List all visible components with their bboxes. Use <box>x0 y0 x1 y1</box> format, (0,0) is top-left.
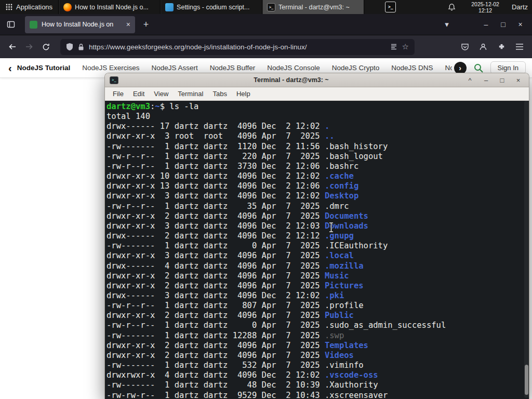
clock-time: 12:12 <box>471 7 499 14</box>
site-nav-item[interactable]: NodeJS Exercises <box>82 64 139 72</box>
url-text: https://www.geeksforgeeks.org/node-js/in… <box>89 43 385 51</box>
ls-row: drwx------ 2 dartz dartz 4096 Dec 2 12:1… <box>107 231 529 241</box>
ls-row: drwx------ 3 dartz dartz 4096 Dec 2 12:0… <box>107 291 529 301</box>
tab-title: How to Install Node.js on <box>42 21 122 28</box>
top-panel: Applications How to Install Node.js o...… <box>0 0 532 14</box>
terminal-app-icon: >_ <box>110 76 118 84</box>
nav-scroll-right-glyph: › <box>459 64 461 72</box>
menu-edit[interactable]: Edit <box>128 90 149 98</box>
ls-row: drwxr-xr-x 13 dartz dartz 4096 Dec 2 12:… <box>107 181 529 191</box>
taskbar-button-codium[interactable]: Settings - codium script... <box>161 0 262 14</box>
tab-favicon-icon <box>30 21 37 29</box>
menu-help[interactable]: Help <box>232 90 255 98</box>
taskbar-button-terminal[interactable]: >_Terminal - dartz@vm3: ~ <box>262 0 364 14</box>
tab-close-button[interactable]: × <box>126 20 130 29</box>
site-nav-item[interactable]: NodeJS Tutorial <box>17 64 71 72</box>
browser-maximize-button[interactable]: □ <box>495 17 512 32</box>
tracking-shield-icon[interactable] <box>66 43 73 51</box>
nav-scroll-left-icon[interactable]: ‹ <box>6 63 14 73</box>
account-icon[interactable] <box>475 38 491 55</box>
menu-terminal[interactable]: Terminal <box>173 90 208 98</box>
search-icon[interactable] <box>473 63 484 73</box>
applications-label: Applications <box>16 3 52 11</box>
browser-window-controls: – □ × <box>477 17 529 32</box>
firefox-icon <box>63 3 72 11</box>
taskbar-button-label: Terminal - dartz@vm3: ~ <box>278 4 360 11</box>
terminal-icon: >_ <box>267 3 275 11</box>
menu-tabs[interactable]: Tabs <box>208 90 231 98</box>
list-all-tabs-button[interactable]: ▾ <box>439 17 455 32</box>
ls-row: drwxr-xr-x 10 dartz dartz 4096 Dec 2 12:… <box>107 171 529 181</box>
terminal-titlebar[interactable]: >_ Terminal - dartz@vm3: ~ ^ – □ × <box>105 73 529 87</box>
terminal-output[interactable]: dartz@vm3:~$ ls -latotal 140drwx------ 1… <box>105 101 529 399</box>
applications-grid-icon <box>6 4 12 10</box>
ls-row: -rw-r--r-- 1 dartz dartz 0 Apr 7 2025 .s… <box>107 321 529 330</box>
back-icon[interactable] <box>4 38 21 55</box>
tab-bar: How to Install Node.js on × + ▾ – □ × <box>0 14 532 35</box>
terminal-minimize-button[interactable]: – <box>480 76 492 84</box>
terminal-shade-button[interactable]: ^ <box>464 76 476 84</box>
firefox-view-button[interactable] <box>3 17 19 32</box>
terminal-title: Terminal - dartz@vm3: ~ <box>123 76 460 84</box>
menu-hamburger-icon[interactable] <box>511 38 528 55</box>
terminal-line: total 140 <box>107 112 529 122</box>
ls-row: drwxr-xr-x 2 dartz dartz 4096 Apr 7 2025… <box>107 211 529 221</box>
toolbar-right-icons <box>457 38 528 55</box>
nav-scroll-right-icon[interactable]: › <box>454 62 467 74</box>
ls-row: drwxr-xr-x 2 dartz dartz 4096 Apr 7 2025… <box>107 281 529 291</box>
terminal-maximize-button[interactable]: □ <box>496 76 508 84</box>
extensions-icon[interactable] <box>493 38 510 55</box>
forward-icon[interactable] <box>21 38 37 55</box>
bookmark-star-icon[interactable]: ☆ <box>402 42 409 51</box>
browser-minimize-button[interactable]: – <box>477 17 495 32</box>
terminal-close-button[interactable]: × <box>512 76 524 84</box>
user-label: Dartz <box>512 3 528 11</box>
ls-row: drwxr-xr-x 3 root root 4096 Apr 7 2025 .… <box>107 131 529 141</box>
site-nav-item[interactable]: NodeJS Crypto <box>332 64 380 72</box>
ls-row: -rw-r--r-- 1 dartz dartz 35 Apr 7 2025 .… <box>107 202 529 211</box>
ls-row: drwxr-xr-x 2 dartz dartz 4096 Apr 7 2025… <box>107 271 529 281</box>
ls-row: drwxr-xr-x 2 dartz dartz 4096 Apr 7 2025… <box>107 351 529 361</box>
tray-terminal-icon[interactable]: >_ <box>385 2 396 12</box>
ls-row: drwxr-xr-x 3 dartz dartz 4096 Apr 7 2025… <box>107 251 529 261</box>
pocket-icon[interactable] <box>457 38 473 55</box>
site-nav-item[interactable]: NodeJS Buffer <box>210 64 256 72</box>
terminal-menubar: FileEditViewTerminalTabsHelp <box>105 87 529 101</box>
ls-row: drwxr-xr-x 3 dartz dartz 4096 Dec 2 12:0… <box>107 221 529 231</box>
menu-file[interactable]: File <box>108 90 128 98</box>
taskbar-button-label: Settings - codium script... <box>177 4 258 11</box>
notification-bell-icon[interactable] <box>448 3 456 11</box>
taskbar: How to Install Node.js o...Settings - co… <box>59 0 364 14</box>
ls-row: -rw------- 1 dartz dartz 1120 Dec 2 11:5… <box>107 142 529 152</box>
lock-icon[interactable] <box>78 43 84 51</box>
panel-clock[interactable]: 2025-12-02 12:12 <box>471 1 499 14</box>
terminal-window: >_ Terminal - dartz@vm3: ~ ^ – □ × FileE… <box>104 73 529 399</box>
codium-icon <box>165 3 174 11</box>
ls-row: drwxr-xr-x 2 dartz dartz 4096 Apr 7 2025… <box>107 341 529 351</box>
ls-row: -rw------- 1 dartz dartz 12288 Apr 7 202… <box>107 331 529 341</box>
ls-row: -rw-rw-r-- 1 dartz dartz 9529 Dec 2 10:4… <box>107 391 529 399</box>
terminal-scrollbar-thumb[interactable] <box>525 365 528 395</box>
ls-row: drwxr-xr-x 3 dartz dartz 4096 Dec 2 12:0… <box>107 191 529 201</box>
mouse-cursor <box>328 222 335 235</box>
ls-row: -rw------- 1 dartz dartz 532 Apr 7 2025 … <box>107 361 529 370</box>
terminal-scrollbar[interactable] <box>524 101 528 398</box>
ls-row: drwxr-xr-x 2 dartz dartz 4096 Apr 7 2025… <box>107 311 529 321</box>
taskbar-button-firefox[interactable]: How to Install Node.js o... <box>59 0 161 14</box>
browser-close-button[interactable]: × <box>512 17 529 32</box>
terminal-prompt-line: dartz@vm3:~$ ls -la <box>107 102 529 112</box>
applications-menu-button[interactable]: Applications <box>0 0 58 14</box>
site-nav-items: NodeJS TutorialNodeJS ExercisesNodeJS As… <box>17 64 452 72</box>
site-nav-item[interactable]: NodeJS Console <box>267 64 320 72</box>
menu-view[interactable]: View <box>149 90 173 98</box>
reload-icon[interactable] <box>37 38 54 55</box>
url-bar[interactable]: https://www.geeksforgeeks.org/node-js/in… <box>60 39 415 55</box>
site-nav-item[interactable]: NodeJS Assert <box>151 64 197 72</box>
reader-view-icon[interactable] <box>390 43 397 50</box>
site-nav-item[interactable]: Node <box>445 64 452 72</box>
active-tab[interactable]: How to Install Node.js on × <box>25 16 135 33</box>
site-nav-item[interactable]: NodeJS DNS <box>391 64 433 72</box>
new-tab-button[interactable]: + <box>138 17 154 32</box>
ls-row: -rw------- 1 dartz dartz 48 Dec 2 10:39 … <box>107 380 529 390</box>
ls-row: -rw-r--r-- 1 dartz dartz 3730 Dec 2 12:0… <box>107 162 529 171</box>
